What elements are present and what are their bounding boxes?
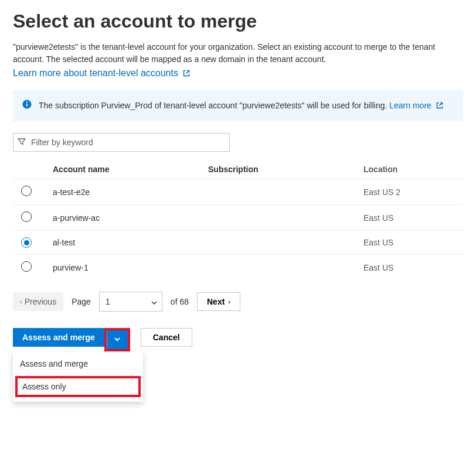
info-learn-more-link[interactable]: Learn more: [389, 101, 443, 110]
chevron-left-icon: ‹: [20, 299, 22, 305]
page-select[interactable]: 1: [99, 292, 162, 312]
cancel-button[interactable]: Cancel: [141, 328, 192, 347]
svg-rect-1: [26, 103, 28, 106]
next-button[interactable]: Next ›: [197, 292, 240, 311]
page-description: "purviewe2etests" is the tenant-level ac…: [13, 41, 463, 66]
previous-button[interactable]: ‹ Previous: [13, 292, 63, 311]
row-radio[interactable]: [21, 261, 32, 272]
cell-account-name: a-purview-ac: [53, 213, 208, 223]
col-header-subscription: Subscription: [208, 165, 363, 174]
row-radio[interactable]: [21, 237, 32, 248]
cell-account-name: purview-1: [53, 263, 208, 272]
filter-icon: [18, 138, 26, 146]
col-header-name: Account name: [53, 165, 208, 174]
table-header-row: Account name Subscription Location: [13, 160, 463, 179]
chevron-down-icon: [114, 336, 121, 344]
page-of-total: of 68: [171, 297, 189, 306]
table-row[interactable]: purview-1 East US: [13, 254, 463, 280]
svg-point-2: [26, 101, 28, 102]
menu-item-assess-and-merge[interactable]: Assess and merge: [13, 354, 143, 374]
row-radio[interactable]: [21, 186, 32, 196]
cell-location: East US: [363, 263, 463, 272]
table-row[interactable]: a-test-e2e East US 2: [13, 179, 463, 204]
highlight-frame: [104, 328, 130, 351]
page-label: Page: [72, 297, 91, 306]
cell-location: East US: [363, 213, 463, 223]
action-bar: Assess and merge Assess and merge Assess…: [13, 328, 463, 351]
assess-and-merge-button[interactable]: Assess and merge: [13, 328, 104, 347]
table-row[interactable]: a-purview-ac East US: [13, 204, 463, 230]
filter-input[interactable]: [13, 133, 230, 152]
split-button-menu: Assess and merge Assess only: [13, 351, 143, 402]
cell-account-name: al-test: [53, 238, 208, 247]
cell-account-name: a-test-e2e: [53, 187, 208, 197]
table-row[interactable]: al-test East US: [13, 230, 463, 254]
row-radio[interactable]: [21, 211, 32, 222]
chevron-right-icon: ›: [228, 299, 230, 305]
open-new-window-icon: [183, 69, 190, 76]
info-icon: [22, 100, 32, 109]
learn-more-tenant-link[interactable]: Learn more about tenant-level accounts: [13, 68, 190, 78]
split-button-caret[interactable]: [107, 330, 128, 349]
col-header-location: Location: [363, 165, 463, 174]
menu-item-assess-only[interactable]: Assess only: [15, 376, 141, 397]
page-title: Select an account to merge: [13, 11, 463, 33]
info-banner: The subscription Purview_Prod of tenant-…: [13, 90, 463, 122]
cell-location: East US: [363, 238, 463, 247]
pager: ‹ Previous Page 1 of 68 Next ›: [13, 292, 463, 312]
cell-location: East US 2: [363, 187, 463, 197]
chevron-down-icon: [151, 298, 157, 304]
open-new-window-icon: [436, 100, 443, 107]
accounts-table: Account name Subscription Location a-tes…: [13, 160, 463, 280]
